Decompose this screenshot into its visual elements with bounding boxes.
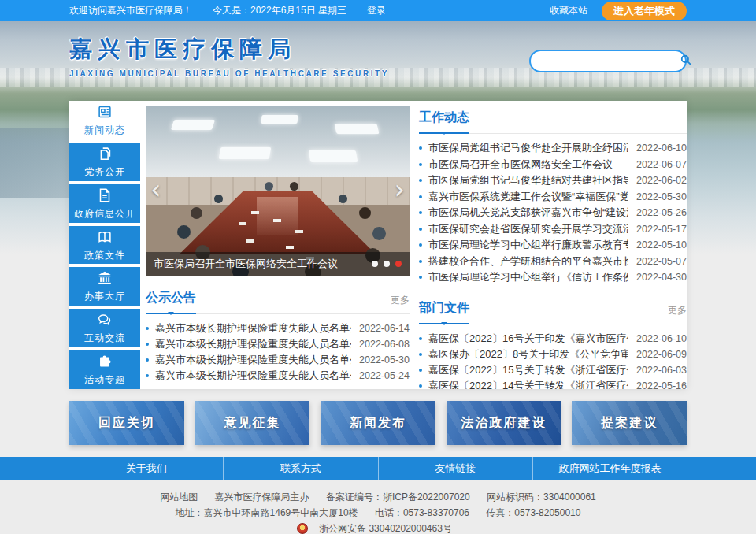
hero: 嘉兴市医疗保障局 JIAXING MUNICIPAL BUREAU OF HEA… bbox=[0, 21, 756, 101]
news-link[interactable]: 嘉兴市医保系统党建工作会议暨“幸福医保”党建联... bbox=[428, 190, 628, 204]
topbar-right: 收藏本站 进入老年模式 bbox=[550, 2, 687, 20]
favorite-link[interactable]: 收藏本站 bbox=[550, 4, 587, 17]
news-link[interactable]: 嘉医保〔2022〕16号关于印发《嘉兴市医疗保... bbox=[428, 332, 628, 346]
news-link[interactable]: 市医保局召开全市医保网络安全工作会议 bbox=[428, 158, 628, 172]
list-item: 市医保局召开全市医保网络安全工作会议2022-06-07 bbox=[419, 157, 687, 173]
bullet-icon bbox=[419, 146, 422, 150]
files-icon bbox=[96, 145, 113, 162]
site-footer: 网站地图 嘉兴市医疗保障局主办 备案证编号：浙ICP备2022007020 网站… bbox=[0, 480, 756, 534]
news-link[interactable]: 嘉医保〔2022〕14号关于转发《浙江省医疗保... bbox=[428, 379, 628, 390]
news-date: 2022-05-10 bbox=[636, 239, 687, 250]
icp-record: 备案证编号：浙ICP备2022007020 bbox=[326, 491, 470, 502]
sidebar-item-party-affairs[interactable]: 党务公开 bbox=[69, 143, 140, 181]
sidebar-item-label: 政府信息公开 bbox=[74, 207, 135, 221]
list-item: 市医保局党组书记马俊华赴结对共建社区指导全国文...2022-06-02 bbox=[419, 172, 687, 189]
news-date: 2022-05-17 bbox=[636, 224, 687, 235]
list-item: 嘉兴市本级长期护理保险重度失能人员名单公示（2...2022-05-30 bbox=[146, 352, 410, 368]
sidebar-item-special-topics[interactable]: 活动专题 bbox=[69, 350, 140, 389]
search-button[interactable] bbox=[679, 54, 693, 69]
carousel-caption[interactable]: 市医保局召开全市医保网络安全工作会议 bbox=[154, 257, 365, 271]
dept-files-list: 嘉医保〔2022〕16号关于印发《嘉兴市医疗保...2022-06-10 嘉医保… bbox=[419, 331, 687, 390]
newspaper-icon bbox=[96, 103, 113, 121]
banner-opinion-collection[interactable]: 意见征集 bbox=[195, 401, 310, 445]
news-link[interactable]: 搭建校企合作、产学研相结合的平台嘉兴市长期护理... bbox=[428, 254, 628, 269]
bullet-icon bbox=[419, 260, 422, 263]
news-link[interactable]: 市医保局党组书记马俊华赴企开展助企纾困活动 bbox=[428, 141, 628, 155]
more-link[interactable]: 更多 bbox=[391, 294, 410, 313]
banner-news-release[interactable]: 新闻发布 bbox=[321, 401, 435, 445]
document-icon bbox=[96, 187, 113, 204]
carousel-prev-icon[interactable]: ‹ bbox=[150, 176, 161, 202]
news-link[interactable]: 市医保局理论学习中心组举行《信访工作条例》专题... bbox=[428, 270, 628, 284]
notices-list: 嘉兴市本级长期护理保险重度失能人员名单公示（2...2022-06-14 嘉兴市… bbox=[146, 321, 410, 384]
bullet-icon bbox=[419, 211, 422, 214]
sidebar-item-policy-files[interactable]: 政策文件 bbox=[69, 226, 140, 265]
list-item: 市医保局理论学习中心组举行《信访工作条例》专题...2022-04-30 bbox=[419, 269, 687, 286]
list-item: 嘉兴市本级长期护理保险重度失能人员名单公示（2...2022-06-14 bbox=[146, 321, 410, 336]
list-item: 市医保局党组书记马俊华赴企开展助企纾困活动2022-06-10 bbox=[419, 140, 687, 157]
bullet-icon bbox=[146, 327, 149, 330]
login-link[interactable]: 登录 bbox=[367, 4, 386, 17]
news-link[interactable]: 嘉医保〔2022〕15号关于转发《浙江省医疗保... bbox=[428, 363, 628, 377]
news-link[interactable]: 市医保局理论学习中心组举行廉政警示教育专题学习... bbox=[428, 238, 628, 252]
security-record-link[interactable]: 浙公网安备 33040202000463号 bbox=[297, 523, 459, 534]
news-date: 2022-06-02 bbox=[636, 175, 687, 186]
list-item: 嘉医保办〔2022〕8号关于印发《公平竞争审查...2022-06-09 bbox=[419, 347, 687, 362]
more-link[interactable]: 更多 bbox=[668, 304, 687, 324]
bullet-icon bbox=[419, 384, 422, 388]
banner-rule-of-law[interactable]: 法治政府建设 bbox=[447, 401, 561, 445]
news-link[interactable]: 市医保局机关党总支部获评嘉兴市争创“建设清廉机... bbox=[428, 206, 628, 220]
footer-nav-about[interactable]: 关于我们 bbox=[69, 457, 223, 480]
bullet-icon bbox=[419, 353, 422, 356]
bullet-icon bbox=[419, 337, 422, 340]
sidebar-item-interaction[interactable]: 互动交流 bbox=[69, 309, 140, 347]
bullet-icon bbox=[146, 343, 149, 346]
section-title: 公示公告 bbox=[146, 290, 196, 314]
news-link[interactable]: 嘉医保办〔2022〕8号关于印发《公平竞争审查... bbox=[428, 347, 628, 362]
list-item: 嘉医保〔2022〕14号关于转发《浙江省医疗保...2022-05-16 bbox=[419, 378, 687, 390]
bullet-icon bbox=[419, 179, 422, 182]
list-item: 嘉兴市医保系统党建工作会议暨“幸福医保”党建联...2022-05-30 bbox=[419, 189, 687, 206]
footer-nav: 关于我们 联系方式 友情链接 政府网站工作年度报表 bbox=[0, 457, 756, 480]
site-code: 网站标识码：3304000061 bbox=[487, 491, 596, 502]
news-link[interactable]: 市医保局党组书记马俊华赴结对共建社区指导全国文... bbox=[428, 173, 628, 187]
sidebar-item-news[interactable]: 新闻动态 bbox=[69, 101, 140, 139]
carousel-next-icon[interactable]: › bbox=[394, 176, 405, 202]
list-item: 市医保局机关党总支部获评嘉兴市争创“建设清廉机...2022-05-26 bbox=[419, 205, 687, 221]
section-header: 部门文件 更多 bbox=[419, 300, 687, 324]
main-card: 新闻动态 党务公开 政府信息公开 政策文件 bbox=[69, 101, 687, 389]
elder-mode-button[interactable]: 进入老年模式 bbox=[602, 2, 687, 20]
section-title: 工作动态 bbox=[419, 109, 469, 134]
footer-nav-links[interactable]: 友情链接 bbox=[378, 457, 532, 480]
sidebar-item-label: 办事大厅 bbox=[84, 290, 125, 303]
search-icon bbox=[679, 53, 693, 69]
carousel-dot[interactable] bbox=[384, 261, 390, 267]
section-header: 公示公告 更多 bbox=[146, 290, 410, 314]
news-link[interactable]: 嘉兴市本级长期护理保险重度失能人员名单公示（2... bbox=[155, 321, 351, 336]
carousel-dot[interactable] bbox=[372, 261, 378, 267]
section-notices: 公示公告 更多 嘉兴市本级长期护理保险重度失能人员名单公示（2...2022-0… bbox=[146, 290, 410, 384]
sidebar-item-service-hall[interactable]: 办事大厅 bbox=[69, 267, 140, 306]
news-date: 2022-06-09 bbox=[636, 349, 687, 360]
news-link[interactable]: 嘉兴市本级长期护理保险重度失能人员名单公示（2... bbox=[155, 353, 351, 367]
bullet-icon bbox=[419, 276, 422, 279]
sidebar-item-label: 新闻动态 bbox=[84, 124, 125, 137]
news-link[interactable]: 嘉兴市本级长期护理保险重度失能人员名单公示（2... bbox=[155, 337, 351, 351]
carousel-dot-active[interactable] bbox=[395, 261, 402, 267]
list-item: 嘉兴市本级长期护理保险重度失能人员名单公示（2...2022-06-08 bbox=[146, 336, 410, 352]
page: 欢迎访问嘉兴市医疗保障局！ 今天是：2022年6月15日 星期三 登录 收藏本站… bbox=[0, 0, 756, 534]
list-item: 市医保研究会赴省医保研究会开展学习交流活动2022-05-17 bbox=[419, 221, 687, 238]
news-link[interactable]: 嘉兴市本级长期护理保险重度失能人员名单公示（2... bbox=[155, 369, 351, 383]
footer-nav-annual-report[interactable]: 政府网站工作年度报表 bbox=[532, 457, 687, 480]
banner-proposals[interactable]: 提案建议 bbox=[572, 401, 687, 445]
sidebar-item-label: 政策文件 bbox=[84, 249, 125, 262]
bullet-icon bbox=[419, 369, 422, 372]
footer-nav-contact[interactable]: 联系方式 bbox=[223, 457, 377, 480]
banner-respond-concerns[interactable]: 回应关切 bbox=[69, 401, 184, 445]
list-item: 市医保局理论学习中心组举行廉政警示教育专题学习...2022-05-10 bbox=[419, 237, 687, 254]
news-link[interactable]: 市医保研究会赴省医保研究会开展学习交流活动 bbox=[428, 222, 628, 236]
topbar: 欢迎访问嘉兴市医疗保障局！ 今天是：2022年6月15日 星期三 登录 收藏本站… bbox=[0, 0, 756, 21]
sidebar-item-gov-info[interactable]: 政府信息公开 bbox=[69, 184, 140, 223]
search-input[interactable] bbox=[540, 55, 679, 67]
sitemap-link[interactable]: 网站地图 bbox=[160, 491, 198, 502]
